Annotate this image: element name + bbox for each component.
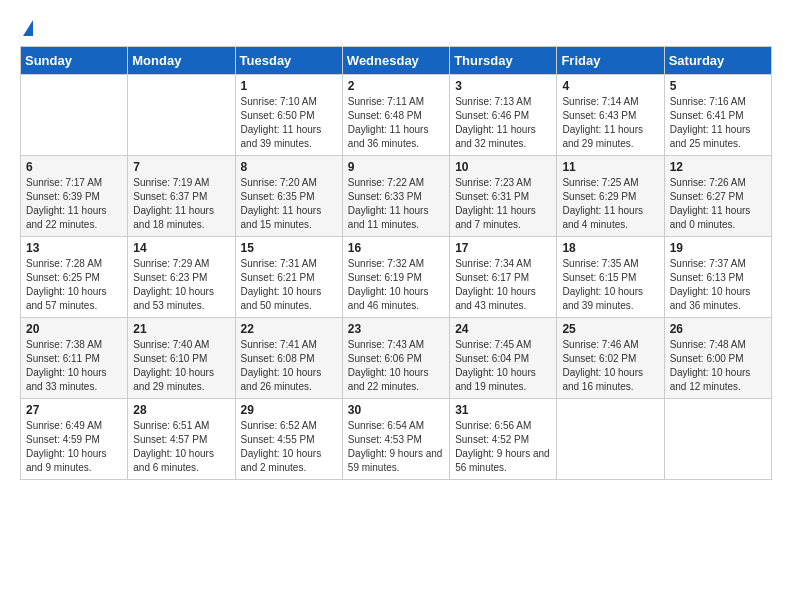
calendar-cell: 22Sunrise: 7:41 AM Sunset: 6:08 PM Dayli…: [235, 318, 342, 399]
calendar-week-row: 13Sunrise: 7:28 AM Sunset: 6:25 PM Dayli…: [21, 237, 772, 318]
day-info: Sunrise: 7:10 AM Sunset: 6:50 PM Dayligh…: [241, 95, 337, 151]
calendar-week-row: 1Sunrise: 7:10 AM Sunset: 6:50 PM Daylig…: [21, 75, 772, 156]
day-info: Sunrise: 7:26 AM Sunset: 6:27 PM Dayligh…: [670, 176, 766, 232]
calendar-cell: 20Sunrise: 7:38 AM Sunset: 6:11 PM Dayli…: [21, 318, 128, 399]
day-number: 22: [241, 322, 337, 336]
calendar-cell: 4Sunrise: 7:14 AM Sunset: 6:43 PM Daylig…: [557, 75, 664, 156]
weekday-header: Saturday: [664, 47, 771, 75]
calendar-cell: 2Sunrise: 7:11 AM Sunset: 6:48 PM Daylig…: [342, 75, 449, 156]
calendar-cell: 16Sunrise: 7:32 AM Sunset: 6:19 PM Dayli…: [342, 237, 449, 318]
calendar-cell: 24Sunrise: 7:45 AM Sunset: 6:04 PM Dayli…: [450, 318, 557, 399]
calendar-cell: 15Sunrise: 7:31 AM Sunset: 6:21 PM Dayli…: [235, 237, 342, 318]
day-number: 25: [562, 322, 658, 336]
day-info: Sunrise: 7:32 AM Sunset: 6:19 PM Dayligh…: [348, 257, 444, 313]
calendar-cell: 8Sunrise: 7:20 AM Sunset: 6:35 PM Daylig…: [235, 156, 342, 237]
day-number: 14: [133, 241, 229, 255]
day-info: Sunrise: 6:49 AM Sunset: 4:59 PM Dayligh…: [26, 419, 122, 475]
day-number: 10: [455, 160, 551, 174]
calendar-cell: 28Sunrise: 6:51 AM Sunset: 4:57 PM Dayli…: [128, 399, 235, 480]
day-number: 9: [348, 160, 444, 174]
calendar-cell: 10Sunrise: 7:23 AM Sunset: 6:31 PM Dayli…: [450, 156, 557, 237]
calendar-cell: 12Sunrise: 7:26 AM Sunset: 6:27 PM Dayli…: [664, 156, 771, 237]
day-info: Sunrise: 6:56 AM Sunset: 4:52 PM Dayligh…: [455, 419, 551, 475]
day-info: Sunrise: 7:13 AM Sunset: 6:46 PM Dayligh…: [455, 95, 551, 151]
day-info: Sunrise: 6:54 AM Sunset: 4:53 PM Dayligh…: [348, 419, 444, 475]
calendar-cell: 21Sunrise: 7:40 AM Sunset: 6:10 PM Dayli…: [128, 318, 235, 399]
calendar-cell: [557, 399, 664, 480]
day-number: 11: [562, 160, 658, 174]
day-info: Sunrise: 7:22 AM Sunset: 6:33 PM Dayligh…: [348, 176, 444, 232]
calendar-cell: [128, 75, 235, 156]
day-info: Sunrise: 7:19 AM Sunset: 6:37 PM Dayligh…: [133, 176, 229, 232]
calendar-cell: 25Sunrise: 7:46 AM Sunset: 6:02 PM Dayli…: [557, 318, 664, 399]
day-info: Sunrise: 7:31 AM Sunset: 6:21 PM Dayligh…: [241, 257, 337, 313]
day-number: 24: [455, 322, 551, 336]
day-number: 6: [26, 160, 122, 174]
page-header: [20, 20, 772, 36]
day-info: Sunrise: 6:52 AM Sunset: 4:55 PM Dayligh…: [241, 419, 337, 475]
day-number: 16: [348, 241, 444, 255]
weekday-header: Wednesday: [342, 47, 449, 75]
day-number: 17: [455, 241, 551, 255]
calendar-cell: 5Sunrise: 7:16 AM Sunset: 6:41 PM Daylig…: [664, 75, 771, 156]
day-number: 2: [348, 79, 444, 93]
calendar-cell: [664, 399, 771, 480]
day-number: 19: [670, 241, 766, 255]
day-info: Sunrise: 7:48 AM Sunset: 6:00 PM Dayligh…: [670, 338, 766, 394]
day-info: Sunrise: 7:45 AM Sunset: 6:04 PM Dayligh…: [455, 338, 551, 394]
calendar-table: SundayMondayTuesdayWednesdayThursdayFrid…: [20, 46, 772, 480]
logo-text: [20, 20, 34, 36]
day-info: Sunrise: 7:38 AM Sunset: 6:11 PM Dayligh…: [26, 338, 122, 394]
calendar-cell: 27Sunrise: 6:49 AM Sunset: 4:59 PM Dayli…: [21, 399, 128, 480]
logo: [20, 20, 34, 36]
day-info: Sunrise: 7:43 AM Sunset: 6:06 PM Dayligh…: [348, 338, 444, 394]
calendar-cell: 31Sunrise: 6:56 AM Sunset: 4:52 PM Dayli…: [450, 399, 557, 480]
day-number: 1: [241, 79, 337, 93]
day-number: 12: [670, 160, 766, 174]
day-number: 8: [241, 160, 337, 174]
calendar-week-row: 27Sunrise: 6:49 AM Sunset: 4:59 PM Dayli…: [21, 399, 772, 480]
day-number: 15: [241, 241, 337, 255]
day-info: Sunrise: 6:51 AM Sunset: 4:57 PM Dayligh…: [133, 419, 229, 475]
day-info: Sunrise: 7:28 AM Sunset: 6:25 PM Dayligh…: [26, 257, 122, 313]
day-info: Sunrise: 7:11 AM Sunset: 6:48 PM Dayligh…: [348, 95, 444, 151]
calendar-header-row: SundayMondayTuesdayWednesdayThursdayFrid…: [21, 47, 772, 75]
weekday-header: Tuesday: [235, 47, 342, 75]
day-number: 4: [562, 79, 658, 93]
calendar-cell: 13Sunrise: 7:28 AM Sunset: 6:25 PM Dayli…: [21, 237, 128, 318]
day-number: 3: [455, 79, 551, 93]
calendar-cell: 6Sunrise: 7:17 AM Sunset: 6:39 PM Daylig…: [21, 156, 128, 237]
day-info: Sunrise: 7:16 AM Sunset: 6:41 PM Dayligh…: [670, 95, 766, 151]
day-info: Sunrise: 7:37 AM Sunset: 6:13 PM Dayligh…: [670, 257, 766, 313]
weekday-header: Thursday: [450, 47, 557, 75]
day-number: 29: [241, 403, 337, 417]
calendar-cell: 29Sunrise: 6:52 AM Sunset: 4:55 PM Dayli…: [235, 399, 342, 480]
day-number: 21: [133, 322, 229, 336]
calendar-cell: 11Sunrise: 7:25 AM Sunset: 6:29 PM Dayli…: [557, 156, 664, 237]
calendar-cell: 18Sunrise: 7:35 AM Sunset: 6:15 PM Dayli…: [557, 237, 664, 318]
day-number: 5: [670, 79, 766, 93]
calendar-cell: 17Sunrise: 7:34 AM Sunset: 6:17 PM Dayli…: [450, 237, 557, 318]
day-info: Sunrise: 7:25 AM Sunset: 6:29 PM Dayligh…: [562, 176, 658, 232]
calendar-cell: 30Sunrise: 6:54 AM Sunset: 4:53 PM Dayli…: [342, 399, 449, 480]
day-info: Sunrise: 7:29 AM Sunset: 6:23 PM Dayligh…: [133, 257, 229, 313]
day-info: Sunrise: 7:14 AM Sunset: 6:43 PM Dayligh…: [562, 95, 658, 151]
day-number: 30: [348, 403, 444, 417]
calendar-cell: 26Sunrise: 7:48 AM Sunset: 6:00 PM Dayli…: [664, 318, 771, 399]
day-number: 7: [133, 160, 229, 174]
day-number: 31: [455, 403, 551, 417]
day-info: Sunrise: 7:23 AM Sunset: 6:31 PM Dayligh…: [455, 176, 551, 232]
day-number: 28: [133, 403, 229, 417]
calendar-cell: 3Sunrise: 7:13 AM Sunset: 6:46 PM Daylig…: [450, 75, 557, 156]
day-number: 26: [670, 322, 766, 336]
calendar-cell: [21, 75, 128, 156]
day-info: Sunrise: 7:35 AM Sunset: 6:15 PM Dayligh…: [562, 257, 658, 313]
weekday-header: Friday: [557, 47, 664, 75]
day-info: Sunrise: 7:46 AM Sunset: 6:02 PM Dayligh…: [562, 338, 658, 394]
calendar-cell: 14Sunrise: 7:29 AM Sunset: 6:23 PM Dayli…: [128, 237, 235, 318]
calendar-week-row: 20Sunrise: 7:38 AM Sunset: 6:11 PM Dayli…: [21, 318, 772, 399]
weekday-header: Sunday: [21, 47, 128, 75]
day-number: 20: [26, 322, 122, 336]
calendar-body: 1Sunrise: 7:10 AM Sunset: 6:50 PM Daylig…: [21, 75, 772, 480]
calendar-cell: 9Sunrise: 7:22 AM Sunset: 6:33 PM Daylig…: [342, 156, 449, 237]
